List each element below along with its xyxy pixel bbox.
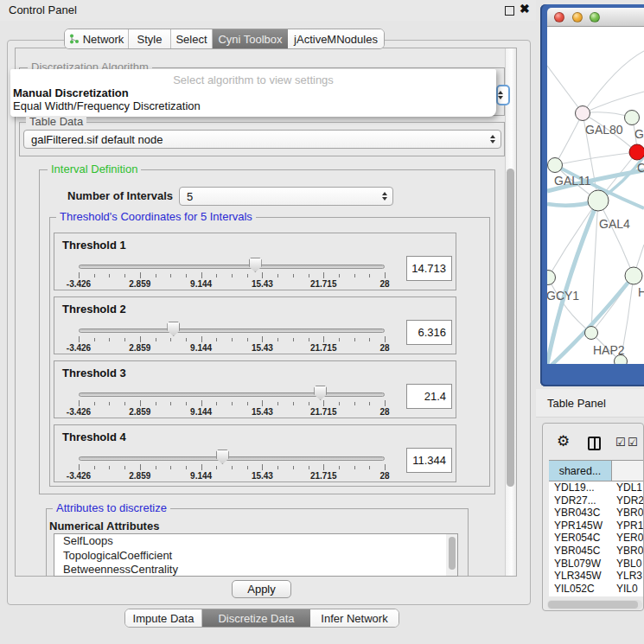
slider-track[interactable] [79,265,385,269]
tab-jactivemnodules[interactable]: jActiveMNodules [288,29,384,48]
mac-zoom-icon[interactable] [590,12,600,22]
tick-mark [247,274,248,277]
table-cell[interactable]: YPR1 [612,520,644,532]
tick-mark [277,466,278,469]
tab-infer-network[interactable]: Infer Network [310,609,399,627]
table-cell[interactable]: YDR27... [549,494,612,507]
table-cell[interactable]: YER0 [612,532,644,545]
attributes-scrollbar-thumb[interactable] [449,537,456,570]
slider-track[interactable] [79,328,385,333]
checkbox-checked-icon[interactable]: ☑ [615,436,626,449]
table-row[interactable]: YDL19...YDL1 [549,481,644,494]
tab-style[interactable]: Style [129,29,171,48]
tick-mark [140,272,141,278]
horizontal-scrollbar-track[interactable] [547,600,642,609]
table-data-combobox[interactable]: galFiltered.sif default node [23,130,501,149]
attribute-item-selfloops[interactable]: SelfLoops [54,534,457,549]
slider-track[interactable] [79,392,385,397]
threshold-value-field[interactable]: 6.316 [406,320,452,345]
threshold-slider[interactable]: -3.4262.8599.14415.4321.71528 [79,233,385,291]
attribute-item-topologicalcoefficient[interactable]: TopologicalCoefficient [54,549,457,564]
column-header-shared-name[interactable]: shared... [549,461,612,481]
num-intervals-combobox[interactable]: 5 [179,187,393,206]
tab-network[interactable]: Network [65,29,129,48]
table-cell[interactable]: YDL1 [612,481,644,494]
bottom-tab-bar: Impute DataDiscretize DataInfer Network [124,609,399,628]
slider-thumb[interactable] [249,258,262,272]
attributes-group-title: Attributes to discretize [53,502,170,514]
threshold-slider[interactable]: -3.4262.8599.14415.4321.71528 [79,425,385,483]
table-cell[interactable]: YBL079W [549,558,612,571]
slider-thumb[interactable] [314,386,327,400]
threshold-value-field[interactable]: 11.344 [406,448,452,473]
column-header-name[interactable]: n [612,461,644,481]
vertical-scrollbar-thumb[interactable] [507,169,514,487]
apply-button[interactable]: Apply [232,580,291,598]
table-cell[interactable]: YPR145W [549,520,612,532]
tick-label: -3.426 [67,407,91,417]
tick-label: 9.144 [190,343,212,353]
table-cell[interactable]: YIL052C [549,583,612,596]
tick-mark [309,402,309,405]
slider-thumb[interactable] [216,450,229,464]
threshold-value-field[interactable]: 14.713 [406,256,452,281]
slider-track[interactable] [79,456,385,461]
table-row[interactable]: YER054CYER0 [549,532,644,545]
attribute-item-betweennesscentrality[interactable]: BetweennessCentrality [54,563,457,577]
dropdown-item-manual-discretization[interactable]: Manual Discretization [13,86,129,99]
table-cell[interactable]: YBR0 [612,507,644,520]
tick-label: 9.144 [190,279,212,289]
table-cell[interactable]: YER054C [549,532,612,545]
table-cell[interactable]: YLR3 [612,570,644,583]
table-row[interactable]: YLR345WYLR3 [549,570,644,583]
table-cell[interactable]: YBR045C [549,545,612,558]
table-cell[interactable]: YBL0 [612,558,644,571]
table-row[interactable]: YDR27...YDR2 [549,494,644,507]
table-cell[interactable]: YDR2 [612,494,644,507]
checkbox-checked-icon[interactable]: ☑ [628,436,638,449]
network-node[interactable] [625,111,640,125]
tick-mark [339,338,340,341]
network-node[interactable] [548,158,563,173]
tick-mark [94,274,95,277]
network-window-titlebar[interactable] [547,8,644,27]
network-node[interactable] [585,327,598,340]
horizontal-scrollbar-thumb[interactable] [548,601,638,609]
tick-mark [79,336,80,342]
table-cell[interactable]: YLR345W [549,570,612,583]
tab-select[interactable]: Select [171,29,213,48]
network-node[interactable] [629,144,644,160]
tick-mark [216,402,217,405]
table-row[interactable]: YBL079WYBL0 [549,558,644,571]
dropdown-item-equal-width-frequency-discretization[interactable]: Equal Width/Frequency Discretization [13,99,201,112]
table-cell[interactable]: YBR0 [612,545,644,558]
network-node[interactable] [625,267,642,284]
threshold-slider[interactable]: -3.4262.8599.14415.4321.71528 [79,297,385,355]
tab-cyni-toolbox[interactable]: Cyni Toolbox [213,29,288,48]
table-row[interactable]: YBR043CYBR0 [549,507,644,520]
slider-thumb[interactable] [167,322,180,336]
table-row[interactable]: YIL052CYIL0 [549,583,644,596]
numerical-attributes-list[interactable]: SelfLoopsTopologicalCoefficientBetweenne… [54,533,458,577]
network-edge [583,92,644,113]
float-window-icon[interactable] [505,6,514,16]
network-node[interactable] [576,106,590,121]
tab-impute-data[interactable]: Impute Data [125,609,202,627]
algorithm-combobox[interactable] [496,85,510,105]
threshold-slider[interactable]: -3.4262.8599.14415.4321.71528 [79,361,385,419]
split-table-icon[interactable] [588,437,601,450]
mac-close-icon[interactable] [554,12,564,22]
table-cell[interactable]: YIL0 [612,583,644,596]
table-row[interactable]: YBR045CYBR0 [549,545,644,558]
network-node[interactable] [547,271,556,285]
table-cell[interactable]: YBR043C [549,507,612,520]
gear-icon[interactable]: ⚙ [557,434,570,449]
table-row[interactable]: YPR145WYPR1 [549,520,644,532]
tab-discretize-data[interactable]: Discretize Data [202,609,310,627]
mac-minimize-icon[interactable] [572,12,583,22]
close-icon[interactable]: ✖ [520,2,530,16]
table-cell[interactable]: YDL19... [549,481,612,494]
network-node[interactable] [588,190,609,211]
threshold-value-field[interactable]: 21.4 [406,384,452,409]
network-canvas[interactable]: GAL80GACGAL11GAL4GCY1HHAP2 [547,27,644,364]
